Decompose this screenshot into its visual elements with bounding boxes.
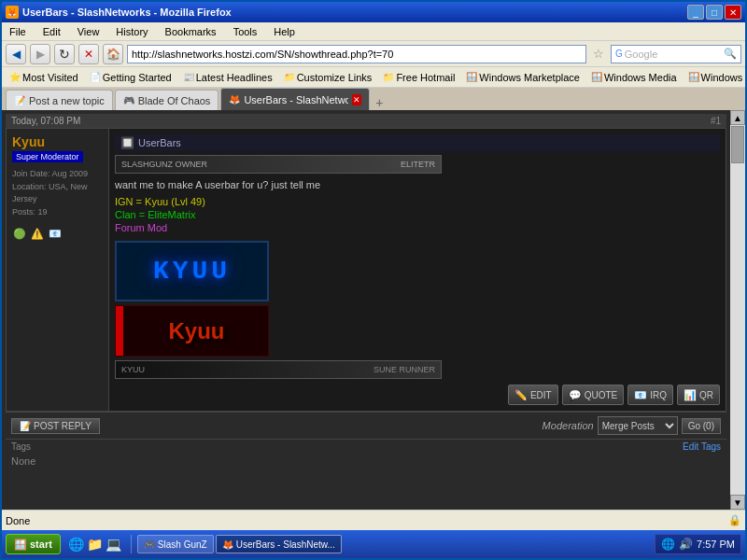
moderation-go-button[interactable]: Go (0) [682, 418, 721, 434]
scroll-up-button[interactable]: ▲ [730, 110, 745, 125]
bookmark-label: Free Hotmail [396, 72, 455, 83]
menu-file[interactable]: File [6, 25, 30, 38]
bookmark-windows-marketplace[interactable]: 🪟 Windows Marketplace [462, 71, 584, 84]
maximize-button[interactable]: □ [706, 5, 723, 20]
tab-blade-of-chaos[interactable]: 🎮 Blade Of Chaos [115, 90, 219, 110]
taskbar-item-label-2: UserBars - SlashNetw... [236, 539, 335, 550]
reload-button[interactable]: ↻ [54, 44, 75, 64]
kyuu-red-stripe [116, 306, 123, 356]
scrollbar[interactable]: ▲ ▼ [730, 110, 745, 510]
tags-label: Tags [11, 441, 31, 452]
tab-userbars[interactable]: 🦊 UserBars - SlashNetworks ✕ [220, 88, 370, 110]
menu-history[interactable]: History [112, 25, 151, 38]
userbar-section-icon: 🔲 [120, 136, 134, 149]
close-button[interactable]: ✕ [725, 5, 741, 20]
post-reply-button[interactable]: 📝 POST REPLY [11, 418, 100, 434]
quick-launch-folder[interactable]: 📁 [87, 537, 103, 552]
reply-area: 📝 POST REPLY Moderation Merge Posts Move… [6, 412, 726, 439]
bookmark-windows-media[interactable]: 🪟 Windows Media [587, 71, 681, 84]
window-title: UserBars - SlashNetworks - Mozilla Firef… [22, 7, 232, 18]
address-bar[interactable]: http://slashnetworks.hostzi.com/SN/showt… [127, 45, 586, 63]
browser-content: Today, 07:08 PM #1 Kyuu Super Moderator … [2, 110, 730, 510]
menu-view[interactable]: View [74, 25, 104, 38]
stop-button[interactable]: ✕ [78, 44, 99, 64]
taskbar-item-icon: 🎮 [144, 539, 155, 550]
taskbar-item-slashgunz[interactable]: 🎮 Slash GunZ [137, 535, 214, 553]
bookmark-label: Windows [701, 72, 743, 83]
top-userbar-banner: SLASHGUNZ OWNER ELITETR [115, 155, 442, 174]
forward-button[interactable]: ▶ [30, 44, 50, 64]
back-button[interactable]: ◀ [6, 44, 26, 64]
search-input[interactable]: Google [625, 49, 722, 60]
go-label: Go (0) [688, 421, 714, 431]
tags-edit-link[interactable]: Edit Tags [683, 441, 721, 452]
bookmark-free-hotmail[interactable]: 📁 Free Hotmail [379, 71, 458, 84]
kyuu-blue-banner: KYUU [115, 241, 269, 301]
tab-label: Blade Of Chaos [138, 95, 211, 106]
bookmark-customize-links[interactable]: 📁 Customize Links [280, 71, 376, 84]
post-ign: IGN = Kyuu (Lvl 49) [115, 196, 720, 207]
qr-label: QR [699, 390, 713, 400]
title-bar-left: 🦊 UserBars - SlashNetworks - Mozilla Fir… [6, 6, 232, 19]
new-tab-button[interactable]: + [372, 95, 387, 110]
user-online-icon: 🟢 [12, 226, 27, 241]
quick-launch-ie[interactable]: 🌐 [68, 537, 84, 552]
edit-button[interactable]: ✏️ EDIT [508, 385, 558, 405]
menu-tools[interactable]: Tools [230, 25, 261, 38]
forum-area: Today, 07:08 PM #1 Kyuu Super Moderator … [2, 110, 730, 510]
tags-area: Tags Edit Tags [6, 439, 726, 454]
quick-launch-pc[interactable]: 💻 [106, 537, 121, 552]
folder-icon-2: 📁 [383, 72, 394, 82]
home-button[interactable]: 🏠 [103, 44, 123, 64]
bookmark-getting-started[interactable]: 📄 Getting Started [86, 71, 176, 84]
news-icon: 📰 [183, 72, 194, 82]
author-meta: Join Date: Aug 2009 Location: USA, New J… [12, 168, 103, 218]
reply-icon: 📝 [20, 421, 31, 431]
scrollbar-thumb[interactable] [731, 126, 744, 163]
qr-button[interactable]: 📊 QR [677, 385, 720, 405]
user-warn-icon: ⚠️ [30, 226, 45, 241]
scrollbar-track[interactable] [730, 125, 745, 495]
menu-edit[interactable]: Edit [39, 25, 64, 38]
bookmark-most-visited[interactable]: ⭐ Most Visited [6, 71, 82, 84]
bookmark-label: Customize Links [297, 72, 373, 83]
tab-label: UserBars - SlashNetworks [244, 94, 348, 105]
address-text: http://slashnetworks.hostzi.com/SN/showt… [132, 49, 393, 60]
nav-bar: ◀ ▶ ↻ ✕ 🏠 http://slashnetworks.hostzi.co… [2, 41, 745, 67]
post-header: Today, 07:08 PM #1 [6, 114, 726, 128]
menu-bookmarks[interactable]: Bookmarks [162, 25, 220, 38]
system-tray: 🌐 🔊 7:57 PM [655, 534, 741, 554]
bookmark-latest-headlines[interactable]: 📰 Latest Headlines [179, 71, 276, 84]
menu-help[interactable]: Help [270, 25, 299, 38]
banner-right-text: ELITETR [401, 160, 435, 169]
status-icons: 🔒 [728, 514, 741, 526]
tab-icon: 🎮 [123, 95, 134, 105]
browser-window: 🦊 UserBars - SlashNetworks - Mozilla Fir… [0, 0, 747, 560]
kyuu-red-text: Kyuu [169, 318, 225, 344]
irq-button[interactable]: 📧 IRQ [627, 385, 673, 405]
windows-logo: 🪟 [14, 539, 27, 551]
start-label: start [30, 539, 52, 550]
post-forum-role: Forum Mod [115, 222, 720, 233]
status-bar: Done 🔒 [2, 510, 745, 530]
content-area: Today, 07:08 PM #1 Kyuu Super Moderator … [2, 110, 745, 510]
search-bar[interactable]: G Google 🔍 [611, 45, 741, 63]
kyuu-blue-text: KYUU [153, 257, 231, 286]
start-button[interactable]: 🪟 start [6, 534, 61, 554]
post-content: 🔲 UserBars SLASHGUNZ OWNER ELITETR want … [109, 129, 726, 411]
scroll-down-button[interactable]: ▼ [730, 495, 745, 510]
search-icon[interactable]: 🔍 [724, 48, 737, 60]
windows-icon-2: 🪟 [591, 72, 602, 82]
tab-post-new-topic[interactable]: 📝 Post a new topic [6, 90, 113, 110]
minimize-button[interactable]: _ [687, 5, 704, 20]
bookmark-windows[interactable]: 🪟 Windows [684, 71, 745, 84]
bookmark-star[interactable]: ☆ [590, 45, 607, 63]
taskbar-item-label: Slash GunZ [158, 539, 207, 550]
tab-label: Post a new topic [29, 95, 105, 106]
tab-close-button[interactable]: ✕ [352, 94, 361, 105]
quote-button[interactable]: 💬 QUOTE [562, 385, 625, 405]
post-timestamp: Today, 07:08 PM [11, 116, 80, 126]
taskbar-item-userbars[interactable]: 🦊 UserBars - SlashNetw... [216, 535, 342, 553]
folder-icon: 📁 [284, 72, 295, 82]
moderation-select[interactable]: Merge Posts Move Thread Lock Thread Dele… [598, 416, 678, 435]
